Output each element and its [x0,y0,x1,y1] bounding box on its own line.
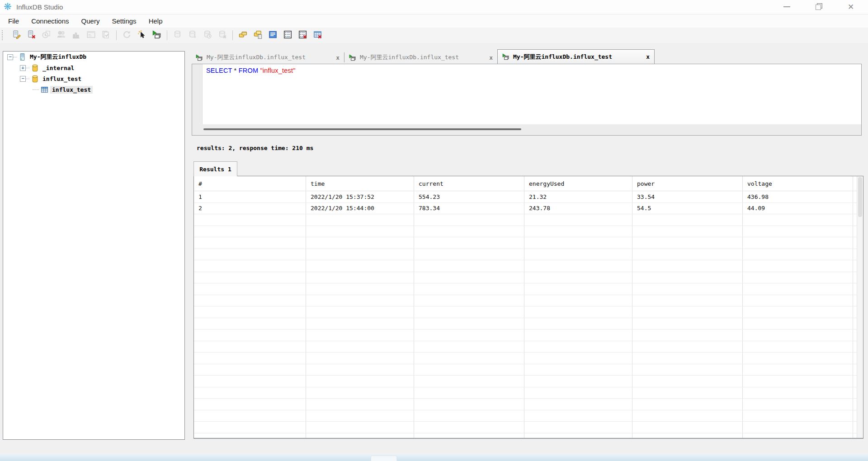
tree-item-label: influx_test [50,86,93,94]
db-history-button [202,29,213,41]
tab-close-button[interactable]: x [336,54,340,61]
menu-connections[interactable]: Connections [31,17,69,25]
table-row-2[interactable]: 22022/1/20 15:44:00783.34243.7854.544.09 [194,203,857,215]
list-clear-button[interactable] [297,29,308,41]
column-header-current[interactable]: current [414,176,524,191]
query-tab-2[interactable]: My-阿里云influxDb.influx_testx [344,51,497,64]
collapse-icon[interactable]: − [20,76,26,82]
menu-settings[interactable]: Settings [112,17,136,25]
run-query-tab-icon [196,54,203,61]
hscrollbar-thumb[interactable] [203,128,521,130]
tree-item-My-阿里云influxDb[interactable]: −My-阿里云influxDb [3,52,184,62]
vscrollbar-thumb[interactable] [858,177,862,217]
taskbar-strip [0,454,868,461]
table-empty-row [194,387,857,399]
app-logo-icon: ❋ [4,1,12,12]
table-cell [306,260,414,272]
table-empty-row [194,376,857,387]
table-cell [306,353,414,364]
table-empty-row [194,364,857,376]
expand-icon[interactable]: + [20,65,26,71]
table-cell [306,237,414,249]
table-cell [194,283,306,295]
menu-query[interactable]: Query [81,17,100,25]
editor-gutter [192,64,203,124]
tab-label: My-阿里云influxDb.influx_test [513,53,612,61]
tab-close-button[interactable]: x [646,53,650,60]
table-cell [306,295,414,306]
tree-item-_internal[interactable]: +_internal [3,62,184,73]
table-empty-row [194,283,857,295]
table-row-1[interactable]: 12022/1/20 15:37:52554.2321.3233.54436.9… [194,191,857,203]
column-header-num[interactable]: # [194,176,306,191]
table-cell [632,226,743,237]
table-cell [524,387,632,399]
table-cell [414,214,524,226]
table-cell [743,283,853,295]
toolbar-separator [167,30,167,40]
query-tab-1[interactable]: My-阿里云influxDb.influx_testx [191,51,344,64]
tree-item-influx_test[interactable]: influx_test [3,84,184,95]
minimize-button[interactable] [778,0,796,14]
column-header-energyUsed[interactable]: energyUsed [524,176,632,191]
table-cell: 436.98 [743,191,853,202]
table-cell [632,318,743,329]
table-cell [194,237,306,249]
table-cell [194,306,306,318]
table-cell [632,341,743,353]
sql-token-string: "influx_test" [260,67,295,74]
text-view-button[interactable] [267,29,278,41]
table-cell [306,272,414,283]
tags-icon [239,30,247,40]
run-wizard-button[interactable] [136,29,147,41]
console-icon [87,30,95,40]
results-tab-label: Results 1 [199,166,231,173]
list-view-button[interactable] [282,29,293,41]
results-summary: results: 2, response time: 210 ms [197,145,313,151]
column-header-power[interactable]: power [632,176,743,191]
database-delete-button[interactable] [26,29,37,41]
tree-connector [26,79,29,79]
database-edit-button[interactable] [11,29,22,41]
table-cell [306,376,414,387]
table-cell [524,306,632,318]
menu-file[interactable]: File [8,17,19,25]
table-cell [414,306,524,318]
column-header-voltage[interactable]: voltage [743,176,853,191]
menu-help[interactable]: Help [149,17,163,25]
table-empty-row [194,260,857,272]
table-cell [414,226,524,237]
table-empty-row [194,249,857,261]
tab-label: My-阿里云influxDb.influx_test [207,53,306,61]
console-button [85,29,97,41]
table-cell [524,237,632,249]
sql-token-keyword: FROM [239,67,259,74]
tree-connector [26,68,29,68]
tree-item-influx_test[interactable]: −influx_test [3,73,184,84]
tree-item-label: My-阿里云influxDb [28,52,88,61]
query-editor-panel: SELECT * FROM "influx_test" [192,64,862,136]
run-query-button[interactable] [151,29,162,41]
tags-export-button[interactable] [252,29,264,41]
restore-button[interactable] [809,0,827,14]
table-clear-button[interactable] [312,29,323,41]
collapse-icon[interactable]: − [7,54,13,60]
table-cell [524,422,632,433]
editor-hscrollbar[interactable] [192,124,861,135]
table-empty-row [194,226,857,238]
history-button [41,29,52,41]
table-cell [414,353,524,364]
db-new-button [172,29,183,41]
table-vscrollbar[interactable] [857,176,863,438]
close-button[interactable]: ✕ [842,0,860,14]
tab-close-button[interactable]: x [489,54,493,61]
tags-button[interactable] [237,29,249,41]
db-sync-button [187,29,198,41]
column-header-time[interactable]: time [306,176,414,191]
chart-icon [72,30,80,40]
results-tab[interactable]: Results 1 [193,161,237,176]
table-cell: 2022/1/20 15:44:00 [306,203,414,214]
sql-query-text[interactable]: SELECT * FROM "influx_test" [206,67,296,74]
query-tab-3[interactable]: My-阿里云influxDb.influx_testx [497,49,655,64]
server-icon [19,53,26,61]
